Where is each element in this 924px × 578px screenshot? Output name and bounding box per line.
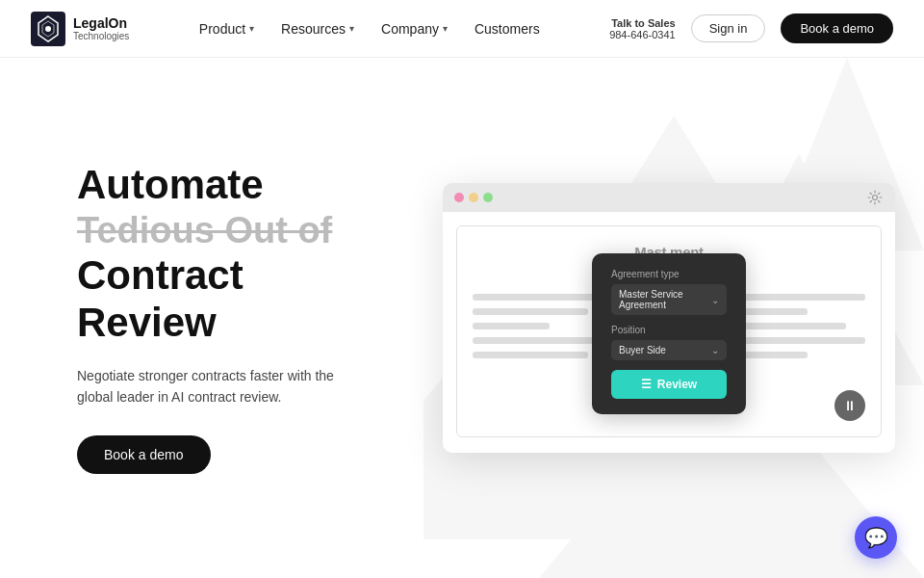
nav-resources[interactable]: Resources ▾ xyxy=(281,21,354,37)
logo[interactable]: LegalOn Technologies xyxy=(31,12,129,46)
chevron-icon: ⌄ xyxy=(711,295,719,305)
nav-product[interactable]: Product ▾ xyxy=(199,21,254,37)
phone-block: Talk to Sales 984-646-0341 xyxy=(609,17,676,40)
hero-strikethrough: Tedious Out of xyxy=(77,209,385,253)
chat-icon: 💬 xyxy=(864,526,888,549)
brand-name: LegalOn xyxy=(73,15,129,32)
review-icon: ☰ xyxy=(641,378,652,391)
talk-to-sales: Talk to Sales xyxy=(609,17,676,29)
maximize-dot xyxy=(483,193,493,202)
signin-button[interactable]: Sign in xyxy=(691,14,766,42)
hero-description: Negotiate stronger contracts faster with… xyxy=(77,365,346,408)
browser-titlebar xyxy=(443,183,895,212)
hero-cta-button[interactable]: Book a demo xyxy=(77,435,211,474)
hero-section: Automate Tedious Out of Contract Review … xyxy=(0,58,924,578)
agreement-value: Master Service Agreement xyxy=(619,289,711,310)
hero-headline: Automate Tedious Out of Contract Review xyxy=(77,162,385,345)
mock-lines-left xyxy=(473,265,607,366)
agreement-select[interactable]: Master Service Agreement ⌄ xyxy=(611,284,727,315)
logo-icon xyxy=(31,12,65,46)
book-demo-button[interactable]: Book a demo xyxy=(781,13,893,43)
position-value: Buyer Side xyxy=(619,345,666,355)
position-label: Position xyxy=(611,325,727,335)
chevron-icon: ⌄ xyxy=(711,345,719,355)
overlay-card: Agreement type Master Service Agreement … xyxy=(592,253,746,414)
browser-mockup: Mast ment Agreement type Master Service … xyxy=(443,183,895,453)
gear-icon xyxy=(866,189,884,206)
chevron-down-icon: ▾ xyxy=(443,23,448,34)
pause-button[interactable]: ⏸ xyxy=(834,390,865,421)
brand-sub: Technologies xyxy=(73,31,129,41)
navigation: LegalOn Technologies Product ▾ Resources… xyxy=(0,0,924,58)
nav-company[interactable]: Company ▾ xyxy=(381,21,448,37)
nav-right: Talk to Sales 984-646-0341 Sign in Book … xyxy=(609,13,893,43)
phone-number: 984-646-0341 xyxy=(609,29,676,40)
hero-mockup: Mast ment Agreement type Master Service … xyxy=(443,183,895,453)
close-dot xyxy=(454,193,464,202)
position-select[interactable]: Buyer Side ⌄ xyxy=(611,340,727,360)
browser-body: Mast ment Agreement type Master Service … xyxy=(443,212,895,453)
pause-icon: ⏸ xyxy=(843,398,857,413)
minimize-dot xyxy=(469,193,478,202)
mock-lines-right xyxy=(731,265,865,366)
review-button[interactable]: ☰ Review xyxy=(611,370,727,399)
chevron-down-icon: ▾ xyxy=(349,23,354,34)
svg-point-3 xyxy=(45,26,51,32)
mockup-inner-card: Mast ment Agreement type Master Service … xyxy=(456,225,882,437)
nav-customers[interactable]: Customers xyxy=(475,21,540,37)
nav-links: Product ▾ Resources ▾ Company ▾ Customer… xyxy=(199,21,540,37)
agreement-label: Agreement type xyxy=(611,269,727,279)
svg-point-9 xyxy=(873,196,878,200)
chat-bubble-button[interactable]: 💬 xyxy=(855,516,897,559)
browser-dots xyxy=(454,193,493,202)
chevron-down-icon: ▾ xyxy=(249,23,254,34)
hero-text: Automate Tedious Out of Contract Review … xyxy=(77,162,385,473)
